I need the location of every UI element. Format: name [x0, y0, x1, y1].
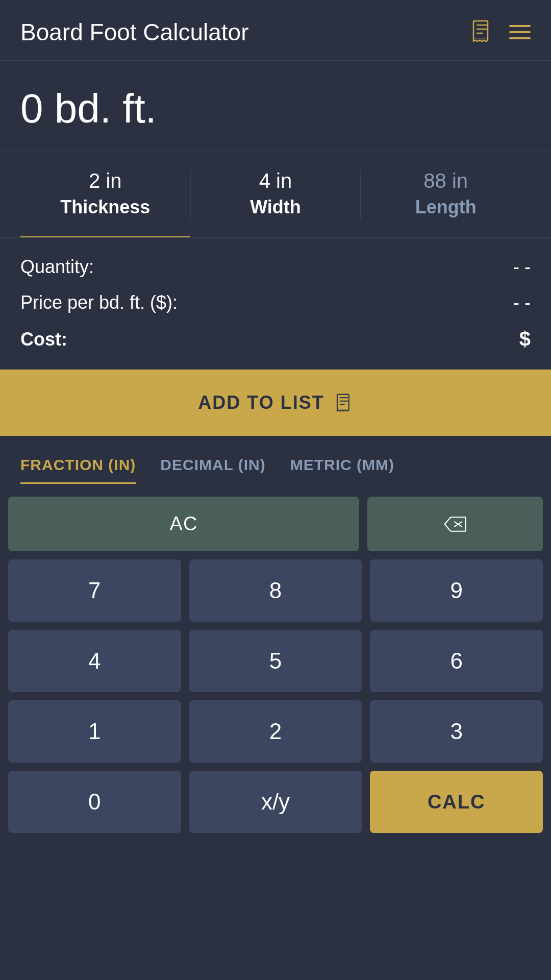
cost-value: $	[519, 328, 531, 351]
calc-top-row: AC	[8, 497, 543, 551]
btn-3[interactable]: 3	[370, 700, 543, 763]
add-to-list-label: ADD TO LIST	[198, 392, 324, 413]
receipt-icon[interactable]	[470, 20, 493, 44]
width-label: Width	[250, 197, 301, 218]
tab-fraction-in[interactable]: FRACTION (IN)	[20, 456, 136, 484]
result-section: 0 bd. ft.	[0, 61, 551, 151]
calc-button[interactable]: CALC	[370, 771, 543, 833]
quantity-value: - -	[513, 256, 531, 278]
btn-5[interactable]: 5	[189, 630, 362, 692]
ac-button[interactable]: AC	[8, 497, 359, 551]
app-title: Board Foot Calculator	[20, 18, 248, 46]
tab-decimal-in[interactable]: DECIMAL (IN)	[160, 456, 265, 484]
btn-4[interactable]: 4	[8, 630, 181, 692]
btn-7[interactable]: 7	[8, 559, 181, 622]
add-receipt-icon	[335, 394, 353, 412]
btn-0[interactable]: 0	[8, 771, 181, 833]
backspace-button[interactable]	[367, 497, 543, 551]
price-label: Price per bd. ft. ($):	[20, 292, 513, 313]
dimension-length[interactable]: 88 in Length	[361, 169, 531, 237]
dimension-thickness[interactable]: 2 in Thickness	[20, 169, 190, 237]
svg-rect-4	[337, 395, 349, 409]
btn-fraction[interactable]: x/y	[189, 771, 362, 833]
quantity-label: Quantity:	[20, 256, 513, 278]
price-value: - -	[513, 292, 531, 313]
cost-row: Cost: $	[20, 328, 531, 351]
btn-8[interactable]: 8	[189, 559, 362, 622]
header-icons	[470, 20, 531, 44]
btn-9[interactable]: 9	[370, 559, 543, 622]
cost-label: Cost:	[20, 329, 519, 350]
quantity-row: Quantity: - -	[20, 256, 531, 278]
info-section: Quantity: - - Price per bd. ft. ($): - -…	[0, 238, 551, 370]
btn-2[interactable]: 2	[189, 700, 362, 763]
app-header: Board Foot Calculator	[0, 0, 551, 61]
btn-1[interactable]: 1	[8, 700, 181, 763]
calculator: AC 7 8 9 4 5 6	[0, 484, 551, 845]
dimension-width[interactable]: 4 in Width	[191, 169, 361, 237]
result-value: 0 bd. ft.	[20, 86, 157, 131]
price-row: Price per bd. ft. ($): - -	[20, 292, 531, 313]
tab-metric-mm[interactable]: METRIC (MM)	[290, 456, 394, 484]
thickness-value: 2 in	[89, 169, 122, 192]
calc-grid: 7 8 9 4 5 6 1 2 3 0 x/	[8, 559, 543, 833]
length-value: 88 in	[423, 169, 468, 192]
length-label: Length	[415, 197, 477, 218]
dimensions-row: 2 in Thickness 4 in Width 88 in Length	[0, 151, 551, 238]
thickness-label: Thickness	[60, 197, 150, 218]
add-to-list-button[interactable]: ADD TO LIST	[0, 370, 551, 436]
menu-icon[interactable]	[509, 25, 531, 39]
backspace-icon	[443, 515, 467, 533]
mode-tabs: FRACTION (IN) DECIMAL (IN) METRIC (MM)	[0, 436, 551, 484]
svg-rect-0	[473, 21, 488, 39]
btn-6[interactable]: 6	[370, 630, 543, 692]
width-value: 4 in	[259, 169, 292, 192]
